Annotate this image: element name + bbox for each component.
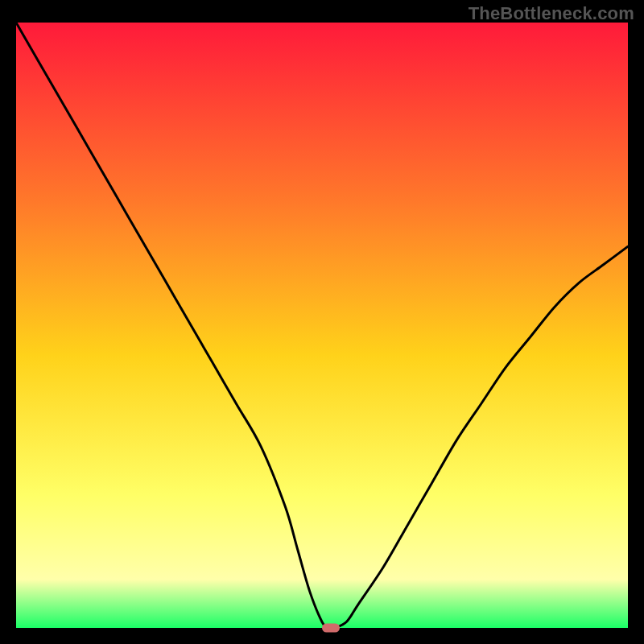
plot-area (16, 23, 628, 628)
watermark-text: TheBottleneck.com (469, 3, 634, 24)
bottleneck-chart (16, 23, 628, 628)
gradient-background (16, 23, 628, 628)
bottleneck-point-marker (322, 624, 340, 633)
chart-frame: TheBottleneck.com (0, 0, 644, 644)
